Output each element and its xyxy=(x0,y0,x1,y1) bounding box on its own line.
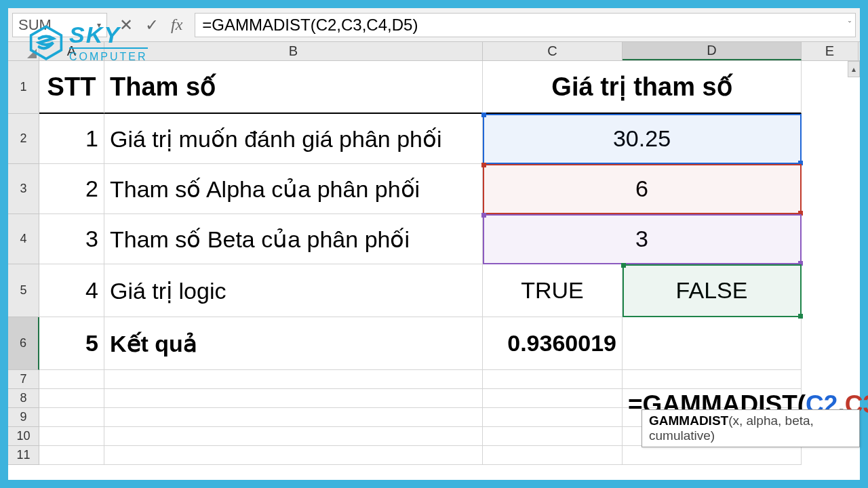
cell-c8[interactable] xyxy=(483,389,623,408)
cell-a2[interactable]: 1 xyxy=(39,114,104,164)
cell-c9[interactable] xyxy=(483,408,623,427)
cell-a10[interactable] xyxy=(39,427,104,446)
cell-c11[interactable] xyxy=(483,446,623,465)
row-header-3[interactable]: 3 xyxy=(8,164,39,214)
row-headers: 1 2 3 4 5 6 7 8 9 10 11 xyxy=(8,61,39,465)
col-header-c[interactable]: C xyxy=(483,42,623,60)
row-header-11[interactable]: 11 xyxy=(8,446,39,465)
cell-b4[interactable]: Tham số Beta của phân phối xyxy=(104,214,483,264)
cell-b11[interactable] xyxy=(104,446,483,465)
row-header-4[interactable]: 4 xyxy=(8,214,39,264)
brand-name: SKY xyxy=(69,23,148,49)
cells[interactable]: STT Tham số Giá trị tham số 1 Giá trị mu… xyxy=(39,61,860,465)
cell-b6[interactable]: Kết quả xyxy=(104,317,483,370)
function-tooltip: GAMMADIST(x, alpha, beta, cumulative) xyxy=(642,409,860,447)
cell-a9[interactable] xyxy=(39,408,104,427)
cell-c7[interactable] xyxy=(483,370,623,389)
svg-marker-0 xyxy=(31,26,62,59)
formula-input[interactable]: =GAMMADIST(C2,C3,C4,D5) ˇ xyxy=(195,13,856,37)
col-label: D xyxy=(707,43,716,58)
row-header-5[interactable]: 5 xyxy=(8,264,39,317)
row-header-8[interactable]: 8 xyxy=(8,389,39,408)
sheet-area: A B C D E 1 2 3 4 5 6 7 8 9 10 11 STT xyxy=(8,42,860,480)
cell-b9[interactable] xyxy=(104,408,483,427)
cell-b1[interactable]: Tham số xyxy=(104,61,483,114)
row-header-2[interactable]: 2 xyxy=(8,114,39,164)
cell-a7[interactable] xyxy=(39,370,104,389)
col-header-d[interactable]: D xyxy=(623,42,802,60)
spreadsheet-window: SUM ▾ ✕ ✓ fx =GAMMADIST(C2,C3,C4,D5) ˇ A… xyxy=(8,8,860,480)
col-label: E xyxy=(825,43,834,59)
formula-expand-icon[interactable]: ˇ xyxy=(848,20,851,30)
formula-text: =GAMMADIST(C2,C3,C4,D5) xyxy=(202,16,418,35)
col-header-e[interactable]: E xyxy=(802,42,859,60)
cell-c5[interactable]: TRUE xyxy=(483,264,623,317)
row-header-6[interactable]: 6 xyxy=(8,317,39,370)
cell-b2[interactable]: Giá trị muốn đánh giá phân phối xyxy=(104,114,483,164)
row-header-7[interactable]: 7 xyxy=(8,370,39,389)
grid: 1 2 3 4 5 6 7 8 9 10 11 STT Tham số Giá … xyxy=(8,61,860,465)
brand-logo: SKY COMPUTER xyxy=(28,23,148,62)
cell-a11[interactable] xyxy=(39,446,104,465)
brand-text: SKY COMPUTER xyxy=(69,23,148,62)
cell-cd2-merged[interactable]: 30.25 xyxy=(483,114,802,164)
col-label: B xyxy=(289,43,298,59)
cell-b10[interactable] xyxy=(104,427,483,446)
cell-cd1-merged[interactable]: Giá trị tham số xyxy=(483,61,802,114)
fx-icon[interactable]: fx xyxy=(171,16,182,34)
brand-sub: COMPUTER xyxy=(69,52,148,62)
cell-a8[interactable] xyxy=(39,389,104,408)
row-header-1[interactable]: 1 xyxy=(8,61,39,114)
cell-b7[interactable] xyxy=(104,370,483,389)
cell-b8[interactable] xyxy=(104,389,483,408)
col-label: C xyxy=(547,43,557,59)
cell-c6[interactable]: 0.9360019 xyxy=(483,317,623,370)
cell-a5[interactable]: 4 xyxy=(39,264,104,317)
row-header-10[interactable]: 10 xyxy=(8,427,39,446)
cell-cd3-merged[interactable]: 6 xyxy=(483,164,802,214)
cell-c10[interactable] xyxy=(483,427,623,446)
col-header-b[interactable]: B xyxy=(104,42,483,60)
scroll-up-icon[interactable]: ▴ xyxy=(848,61,860,77)
brand-mark-icon xyxy=(28,25,64,60)
cell-a3[interactable]: 2 xyxy=(39,164,104,214)
cell-d5[interactable]: FALSE xyxy=(623,264,802,317)
cell-b3[interactable]: Tham số Alpha của phân phối xyxy=(104,164,483,214)
cell-a1[interactable]: STT xyxy=(39,61,104,114)
cell-a4[interactable]: 3 xyxy=(39,214,104,264)
cell-a6[interactable]: 5 xyxy=(39,317,104,370)
cell-cd4-merged[interactable]: 3 xyxy=(483,214,802,264)
row-header-9[interactable]: 9 xyxy=(8,408,39,427)
cell-b5[interactable]: Giá trị logic xyxy=(104,264,483,317)
